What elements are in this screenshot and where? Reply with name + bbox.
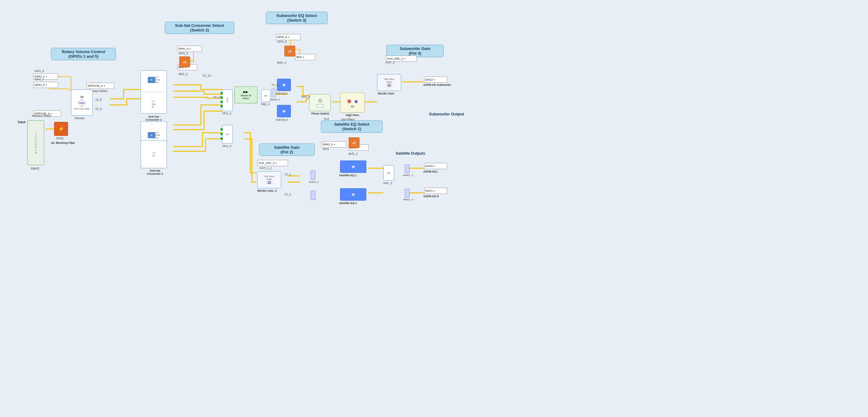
mx14-port3 [220,101,223,103]
subwoofer-output-label: Subwoofer Output [429,112,464,116]
aux-adc3-dropdown[interactable]: AUX_ADC_3 [257,160,288,166]
gpio6-dropdown[interactable]: GPIO_6 [276,34,301,40]
group-subwoofer-gain: Subwoofer Gain(Pot 3) [386,45,443,57]
tc10-label: TC_10 [203,74,211,77]
gpi15-label: GPI1_5 [277,40,287,43]
subsat-crossover1-block[interactable]: ✕ LoMidHi LoMidHi [141,70,167,113]
gpi14-label: GPI1_4 [179,52,188,55]
mute12-label: Mute1_2 [403,174,413,177]
sub-eq1-label: Sub EQ 1 [276,92,288,95]
mute14-block[interactable] [311,170,315,180]
phase-switch-label: Phase Switch [308,112,332,115]
tz9a-label: TZ_9 [95,107,102,110]
tc9-label: TC_9 [271,83,278,86]
input-label: Input [18,120,25,124]
mute13b-label: Mute1_3 [403,198,413,201]
subsat-crossover2-label: Sub-SatCrossover 2 [139,169,171,175]
gpio5-dropdown[interactable]: GPIO_5 [33,82,58,88]
dac0-dropdown[interactable]: DAC0 [424,163,447,169]
gpio4-dropdown[interactable]: GPIO_4 [177,46,202,52]
stereo-to-mono-block[interactable]: ▶▶ Stereo ToMono [234,86,257,103]
switch1-icon[interactable]: ⇄ [349,137,360,148]
satellite-outputs-label: Satellite Outputs [396,151,425,155]
intface0-top-dropdown[interactable]: INTFACE_0 [87,83,114,89]
dspb-ke-r-label: DSPB-KE R [424,195,439,198]
mx14-label: MX1_4 [223,112,231,115]
satellite-eq2-block[interactable]: ≋ [340,188,366,201]
sub-eq2-block[interactable]: ≋ [277,105,291,117]
mx12-sat-block[interactable]: MX [383,165,394,181]
tz8-label: TZ_8 [95,98,102,101]
gpi16-label: GPI1_6 [35,69,44,73]
input1-label: Input1 [31,167,39,170]
mx14-port1 [220,92,223,95]
group-satellite-eq-select: Satellite EQ Select(Switch 1) [321,120,383,133]
dac2-dropdown[interactable]: DAC2 [424,76,447,83]
group-subsat-crossover-select: Sub-Sat Crossover Select(Switch 2) [165,22,234,34]
dspb-ke-subwoofer-label: DSPB-KE Subwoofer [424,83,451,86]
sub-eq2-label: Sub EQ 2 [276,118,288,121]
mx12-block[interactable]: MX [261,90,271,102]
mx13-port1 [220,128,223,131]
group-rotary: Rotary Volume Control (GPIOs 1 and 5) [51,48,116,60]
subsat-crossover2-block[interactable]: LoHi [141,140,167,168]
dspb-ke1-label: DSPB-KE1 [424,170,438,173]
phase-switch-block[interactable]: ⊙ [309,94,331,111]
group-subwoofer-eq-select: Subwoofer EQ Select(Switch 3) [266,12,328,24]
sub-eq1-block[interactable]: ≋ [277,79,291,91]
mx13-label: MX1_3 [223,144,231,147]
mute15-block[interactable] [271,88,276,97]
switch2-icon[interactable]: ⇄ [179,57,190,67]
buf14-label: Buf1_4 [277,61,286,64]
mx14-block[interactable]: MX1 [222,90,233,111]
gpi1-label: GPI1 [323,147,329,151]
woofer-gain2-block[interactable]: SW SlewRate 12 [257,171,281,188]
mute13-block[interactable] [311,191,315,200]
satellite-eq2-label: Satellite EQ 2 [339,202,357,205]
rotvol-label: RotVol1 [75,117,85,120]
mx14-port2 [220,96,223,99]
group-satellite-gain: Satellite Gain(Pot 2) [259,143,315,156]
bit0-switch3-dropdown[interactable]: Bit:0 [295,54,315,60]
gen-filter1-label: Gen Filter1 [341,118,355,121]
gpi17-label: GPI1_7 [35,78,44,81]
interface-read1-label: Interface Read1 [32,114,52,117]
gpio0-dropdown[interactable]: GPIO_0 [321,141,346,147]
tc5-label: TC_5 [213,96,220,99]
tz5-label: TZ_5 [284,193,291,196]
aux-adc2-dropdown[interactable]: AUX_ADC_2 [386,56,417,62]
wire-layer [0,0,868,417]
mute15-label: Mute1_5 [271,98,280,101]
switch3-icon[interactable]: ⇄ [284,46,295,57]
satellite-eq1-label: Satellite EQ 1 [339,174,357,177]
rotvol-block[interactable]: 20 11 Table 12 SW Slew Rate [71,90,93,116]
mx13-port2 [220,133,223,135]
buf12-label: Buf1_2 [349,152,358,155]
woofer-gain-label: Woofer Gain [378,92,394,95]
high-pass-block[interactable]: ◉ ◉ 33 [340,93,365,113]
inv2-label: Inv2 [324,117,329,120]
woofer-gain2-label: Woofer Gain_2 [257,189,277,192]
dcb1-label: DCB1 [56,137,64,140]
pot22-label: POT_2_2 [260,167,272,170]
mx11-label: MX1_3 [301,95,310,98]
mute13b-block[interactable] [405,189,410,198]
main-canvas: Rotary Volume Control (GPIOs 1 and 5) Su… [0,0,868,417]
mute12-block[interactable] [405,165,410,173]
buf13-label: Buf1_3 [179,73,188,76]
input1-block[interactable]: 12345678 [27,120,44,165]
mute14-label: Mute1_4 [309,181,319,183]
mx13-port3 [220,137,223,140]
dcb1-block[interactable]: ⚡ [54,122,68,136]
subsat-crossover1-label: Sub-SatCrossover 1 [140,115,167,121]
dc-blocking-label: DC Blocking Filter [51,141,75,144]
woofer-gain-block[interactable]: SW SlewRate 12 [377,74,401,91]
dac1-dropdown[interactable]: DAC1 [424,188,447,194]
high-pass-label: High Pass [340,113,365,117]
mx12-sat-label: MX1_2 [383,181,392,184]
tz2a-label: TZ_2 [284,173,291,176]
mx14-port4 [220,105,223,107]
mx12-label: Mg1_2 [261,102,270,106]
mx13-block[interactable]: MX [222,125,233,143]
satellite-eq1-block[interactable]: ≋ [340,161,366,173]
